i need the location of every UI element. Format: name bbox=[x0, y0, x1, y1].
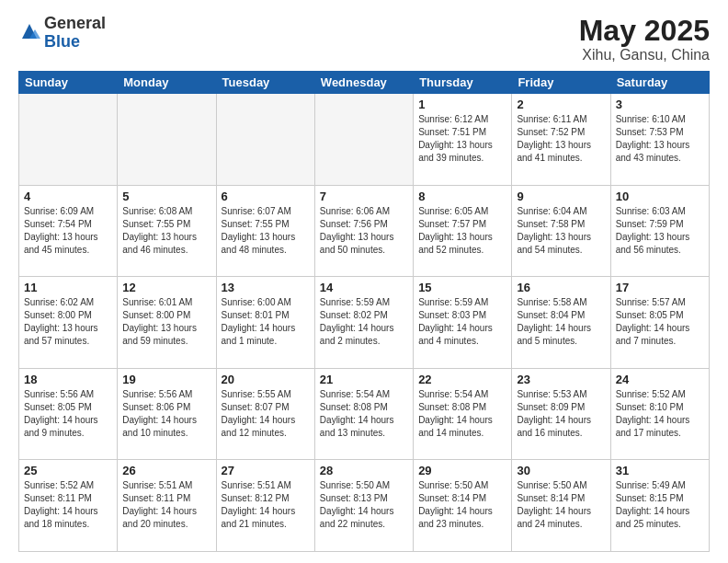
logo: General Blue bbox=[18, 15, 106, 52]
day-cell-4-3: 28Sunrise: 5:50 AM Sunset: 8:13 PM Dayli… bbox=[314, 460, 413, 552]
month-year: May 2025 bbox=[579, 15, 710, 47]
day-info: Sunrise: 5:51 AM Sunset: 8:11 PM Dayligh… bbox=[122, 479, 210, 531]
day-info: Sunrise: 6:06 AM Sunset: 7:56 PM Dayligh… bbox=[320, 205, 408, 257]
day-number: 12 bbox=[122, 281, 210, 294]
header: General Blue May 2025 Xihu, Gansu, China bbox=[18, 15, 710, 63]
day-number: 7 bbox=[320, 190, 408, 203]
weekday-header-row: Sunday Monday Tuesday Wednesday Thursday… bbox=[19, 72, 710, 94]
day-info: Sunrise: 6:11 AM Sunset: 7:52 PM Dayligh… bbox=[517, 113, 605, 165]
day-info: Sunrise: 5:54 AM Sunset: 8:08 PM Dayligh… bbox=[418, 388, 506, 440]
day-number: 17 bbox=[616, 281, 704, 294]
day-cell-0-6: 3Sunrise: 6:10 AM Sunset: 7:53 PM Daylig… bbox=[610, 94, 709, 186]
location: Xihu, Gansu, China bbox=[579, 47, 710, 63]
day-info: Sunrise: 6:09 AM Sunset: 7:54 PM Dayligh… bbox=[24, 205, 112, 257]
day-number: 10 bbox=[616, 190, 704, 203]
week-row-1: 4Sunrise: 6:09 AM Sunset: 7:54 PM Daylig… bbox=[19, 185, 710, 277]
day-info: Sunrise: 6:05 AM Sunset: 7:57 PM Dayligh… bbox=[418, 205, 506, 257]
day-info: Sunrise: 5:59 AM Sunset: 8:03 PM Dayligh… bbox=[418, 296, 506, 348]
day-cell-1-2: 6Sunrise: 6:07 AM Sunset: 7:55 PM Daylig… bbox=[216, 185, 314, 277]
day-number: 16 bbox=[517, 281, 605, 294]
day-cell-2-5: 16Sunrise: 5:58 AM Sunset: 8:04 PM Dayli… bbox=[512, 277, 610, 369]
day-info: Sunrise: 6:10 AM Sunset: 7:53 PM Dayligh… bbox=[616, 113, 704, 165]
header-friday: Friday bbox=[512, 72, 610, 94]
header-saturday: Saturday bbox=[610, 72, 709, 94]
day-number: 2 bbox=[517, 98, 605, 111]
day-cell-1-0: 4Sunrise: 6:09 AM Sunset: 7:54 PM Daylig… bbox=[19, 185, 118, 277]
day-cell-0-4: 1Sunrise: 6:12 AM Sunset: 7:51 PM Daylig… bbox=[414, 94, 512, 186]
day-number: 30 bbox=[517, 464, 605, 477]
day-cell-4-4: 29Sunrise: 5:50 AM Sunset: 8:14 PM Dayli… bbox=[414, 460, 512, 552]
day-cell-3-4: 22Sunrise: 5:54 AM Sunset: 8:08 PM Dayli… bbox=[414, 368, 512, 460]
day-number: 24 bbox=[616, 373, 704, 386]
header-sunday: Sunday bbox=[19, 72, 118, 94]
day-number: 27 bbox=[222, 464, 310, 477]
day-info: Sunrise: 6:01 AM Sunset: 8:00 PM Dayligh… bbox=[122, 296, 210, 348]
day-cell-1-6: 10Sunrise: 6:03 AM Sunset: 7:59 PM Dayli… bbox=[610, 185, 709, 277]
day-number: 31 bbox=[616, 464, 704, 477]
day-info: Sunrise: 5:50 AM Sunset: 8:14 PM Dayligh… bbox=[418, 479, 506, 531]
day-cell-0-0 bbox=[19, 94, 118, 186]
day-cell-1-3: 7Sunrise: 6:06 AM Sunset: 7:56 PM Daylig… bbox=[314, 185, 413, 277]
day-number: 9 bbox=[517, 190, 605, 203]
day-info: Sunrise: 6:08 AM Sunset: 7:55 PM Dayligh… bbox=[122, 205, 210, 257]
day-cell-4-5: 30Sunrise: 5:50 AM Sunset: 8:14 PM Dayli… bbox=[512, 460, 610, 552]
day-number: 6 bbox=[222, 190, 310, 203]
day-cell-3-2: 20Sunrise: 5:55 AM Sunset: 8:07 PM Dayli… bbox=[216, 368, 314, 460]
header-thursday: Thursday bbox=[414, 72, 512, 94]
day-cell-3-1: 19Sunrise: 5:56 AM Sunset: 8:06 PM Dayli… bbox=[118, 368, 216, 460]
week-row-0: 1Sunrise: 6:12 AM Sunset: 7:51 PM Daylig… bbox=[19, 94, 710, 186]
day-cell-4-1: 26Sunrise: 5:51 AM Sunset: 8:11 PM Dayli… bbox=[118, 460, 216, 552]
day-number: 13 bbox=[222, 281, 310, 294]
day-number: 20 bbox=[222, 373, 310, 386]
calendar-page: General Blue May 2025 Xihu, Gansu, China… bbox=[0, 0, 728, 563]
day-number: 15 bbox=[418, 281, 506, 294]
day-info: Sunrise: 5:50 AM Sunset: 8:14 PM Dayligh… bbox=[517, 479, 605, 531]
day-info: Sunrise: 5:57 AM Sunset: 8:05 PM Dayligh… bbox=[616, 296, 704, 348]
title-block: May 2025 Xihu, Gansu, China bbox=[579, 15, 710, 63]
day-cell-2-1: 12Sunrise: 6:01 AM Sunset: 8:00 PM Dayli… bbox=[118, 277, 216, 369]
day-info: Sunrise: 5:53 AM Sunset: 8:09 PM Dayligh… bbox=[517, 388, 605, 440]
day-info: Sunrise: 5:54 AM Sunset: 8:08 PM Dayligh… bbox=[320, 388, 408, 440]
day-info: Sunrise: 5:58 AM Sunset: 8:04 PM Dayligh… bbox=[517, 296, 605, 348]
day-cell-1-4: 8Sunrise: 6:05 AM Sunset: 7:57 PM Daylig… bbox=[414, 185, 512, 277]
day-info: Sunrise: 5:52 AM Sunset: 8:10 PM Dayligh… bbox=[616, 388, 704, 440]
day-number: 21 bbox=[320, 373, 408, 386]
day-number: 1 bbox=[418, 98, 506, 111]
logo-blue: Blue bbox=[44, 32, 80, 51]
day-cell-2-4: 15Sunrise: 5:59 AM Sunset: 8:03 PM Dayli… bbox=[414, 277, 512, 369]
calendar-table: Sunday Monday Tuesday Wednesday Thursday… bbox=[18, 71, 710, 552]
day-cell-2-0: 11Sunrise: 6:02 AM Sunset: 8:00 PM Dayli… bbox=[19, 277, 118, 369]
day-info: Sunrise: 5:56 AM Sunset: 8:06 PM Dayligh… bbox=[122, 388, 210, 440]
logo-general: General bbox=[44, 14, 106, 32]
day-number: 19 bbox=[122, 373, 210, 386]
day-cell-3-5: 23Sunrise: 5:53 AM Sunset: 8:09 PM Dayli… bbox=[512, 368, 610, 460]
day-number: 22 bbox=[418, 373, 506, 386]
logo-text: General Blue bbox=[44, 15, 106, 52]
header-tuesday: Tuesday bbox=[216, 72, 314, 94]
week-row-3: 18Sunrise: 5:56 AM Sunset: 8:05 PM Dayli… bbox=[19, 368, 710, 460]
day-number: 18 bbox=[24, 373, 112, 386]
day-number: 8 bbox=[418, 190, 506, 203]
week-row-2: 11Sunrise: 6:02 AM Sunset: 8:00 PM Dayli… bbox=[19, 277, 710, 369]
header-monday: Monday bbox=[118, 72, 216, 94]
day-info: Sunrise: 5:52 AM Sunset: 8:11 PM Dayligh… bbox=[24, 479, 112, 531]
day-info: Sunrise: 5:59 AM Sunset: 8:02 PM Dayligh… bbox=[320, 296, 408, 348]
day-info: Sunrise: 5:51 AM Sunset: 8:12 PM Dayligh… bbox=[222, 479, 310, 531]
day-cell-4-2: 27Sunrise: 5:51 AM Sunset: 8:12 PM Dayli… bbox=[216, 460, 314, 552]
day-cell-2-2: 13Sunrise: 6:00 AM Sunset: 8:01 PM Dayli… bbox=[216, 277, 314, 369]
day-cell-4-0: 25Sunrise: 5:52 AM Sunset: 8:11 PM Dayli… bbox=[19, 460, 118, 552]
day-info: Sunrise: 6:03 AM Sunset: 7:59 PM Dayligh… bbox=[616, 205, 704, 257]
day-number: 11 bbox=[24, 281, 112, 294]
day-cell-1-5: 9Sunrise: 6:04 AM Sunset: 7:58 PM Daylig… bbox=[512, 185, 610, 277]
day-number: 26 bbox=[122, 464, 210, 477]
day-cell-4-6: 31Sunrise: 5:49 AM Sunset: 8:15 PM Dayli… bbox=[610, 460, 709, 552]
day-info: Sunrise: 5:55 AM Sunset: 8:07 PM Dayligh… bbox=[222, 388, 310, 440]
day-info: Sunrise: 5:49 AM Sunset: 8:15 PM Dayligh… bbox=[616, 479, 704, 531]
day-info: Sunrise: 6:07 AM Sunset: 7:55 PM Dayligh… bbox=[222, 205, 310, 257]
day-number: 28 bbox=[320, 464, 408, 477]
day-info: Sunrise: 6:04 AM Sunset: 7:58 PM Dayligh… bbox=[517, 205, 605, 257]
day-number: 5 bbox=[122, 190, 210, 203]
day-cell-3-3: 21Sunrise: 5:54 AM Sunset: 8:08 PM Dayli… bbox=[314, 368, 413, 460]
day-cell-0-2 bbox=[216, 94, 314, 186]
day-info: Sunrise: 6:12 AM Sunset: 7:51 PM Dayligh… bbox=[418, 113, 506, 165]
